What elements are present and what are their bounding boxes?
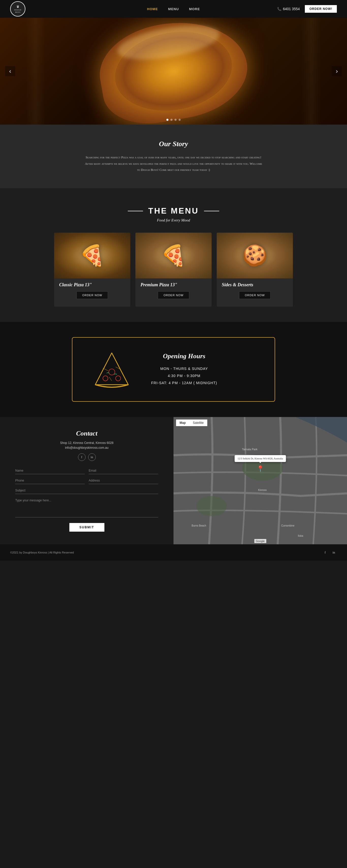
form-row-name-email [15,467,158,474]
menu-cards: 🍕 Classic Pizza 13" Order Now 🍕 Premium … [15,232,332,307]
hero-slider: ‹ › [0,18,347,125]
phone-display: 📞 6401 3554 [277,7,300,11]
nav-menu[interactable]: Menu [168,7,179,11]
slider-prev-button[interactable]: ‹ [5,66,15,76]
neon-pizza-icon [93,350,131,389]
hours-title: Opening Hours [151,352,217,360]
map-background: Tamala Park Kinross Burns Beach Currambi… [174,417,347,544]
map-tabs: Map Satellite [176,420,207,426]
svg-text:Currambine: Currambine [281,524,295,527]
svg-text:Iluka: Iluka [298,534,303,537]
sides-emoji: 🍪 [242,244,268,268]
svg-line-5 [103,368,108,371]
map-container[interactable]: Map Satellite [174,417,347,544]
slider-next-button[interactable]: › [332,66,342,76]
logo: ♛ dough boys [10,1,25,17]
menu-section: THE MENU Food for Every Mood 🍕 Classic P… [0,188,347,322]
slider-dot-1[interactable] [166,119,168,121]
contact-form: SUBMIT [15,467,158,532]
our-story-title: Our Story [31,140,316,148]
google-label: Google [254,539,266,543]
submit-button[interactable]: SUBMIT [69,523,104,532]
logo-circle: ♛ dough boys [10,1,25,17]
email-input[interactable] [89,467,158,474]
phone-input[interactable] [15,477,85,484]
contact-title: Contact [15,430,158,437]
hours-line-1: Mon - Thurs & Sunday [151,365,217,372]
name-input[interactable] [15,467,85,474]
svg-point-4 [115,376,121,381]
nav-home[interactable]: Home [147,7,158,11]
map-tab-map[interactable]: Map [176,420,189,426]
footer: ©2021 by Doughboys Kinross | All Rights … [0,544,347,561]
classic-pizza-name: Classic Pizza 13" [54,278,130,289]
phone-number: 6401 3554 [283,7,300,11]
svg-point-11 [196,496,227,516]
menu-card-premium: 🍕 Premium Pizza 13" Order Now [135,232,212,307]
premium-pizza-name: Premium Pizza 13" [135,278,212,289]
hours-line-2: 4:30 pm - 9:30pm [151,372,217,379]
menu-title-area: THE MENU [15,206,332,216]
brand-name: dough boys [12,9,24,13]
subject-input[interactable] [15,487,158,494]
slider-dot-3[interactable] [175,119,177,121]
classic-pizza-emoji: 🍕 [79,244,105,268]
facebook-icon[interactable]: f [78,453,85,461]
form-row-phone-address [15,477,158,484]
slider-dot-4[interactable] [179,119,181,121]
address-input[interactable] [89,477,158,484]
premium-pizza-order-button[interactable]: Order Now [158,291,189,299]
header-right: 📞 6401 3554 ORDER NOW! [277,5,337,13]
our-story-section: Our Story Searching for the perfect Pizz… [0,125,347,188]
hours-box: Opening Hours Mon - Thurs & Sunday 4:30 … [72,337,275,402]
contact-form-area: Contact Shop 12, Kinross Central, Kinros… [0,417,174,544]
premium-pizza-image: 🍕 [135,232,212,278]
footer-linkedin-icon[interactable]: in [331,550,337,556]
svg-line-7 [109,377,112,381]
header: ♛ dough boys Home Menu More 📞 6401 3554 … [0,0,347,18]
map-popup: 12/3 Selkirk Dr, Kinross WA 6028, Austra… [235,455,286,462]
phone-icon: 📞 [277,7,281,11]
map-area: Map Satellite [174,417,347,544]
footer-facebook-icon[interactable]: f [322,550,328,556]
svg-text:Kinross: Kinross [258,489,267,492]
svg-point-2 [109,369,115,375]
smoke-left [25,18,46,125]
hero-pizza-image [93,18,254,125]
our-story-body: Searching for the perfect Pizza was a go… [84,154,263,173]
contact-email: info@doughboyskinross.com.au [15,446,158,450]
sides-order-button[interactable]: Order Now [239,291,271,299]
slider-dot-2[interactable] [170,119,172,121]
map-pin: 📍 [256,465,264,472]
menu-title: THE MENU [148,206,199,216]
footer-copyright: ©2021 by Doughboys Kinross | All Rights … [10,551,74,554]
hours-content: Opening Hours Mon - Thurs & Sunday 4:30 … [151,352,217,386]
hours-line-3: Fri-Sat: 4 pm - 12am ( Midnight) [151,379,217,386]
nav-more[interactable]: More [189,7,200,11]
order-now-button[interactable]: ORDER NOW! [305,5,337,13]
smoke-right [301,18,322,125]
crown-icon: ♛ [16,5,20,9]
sides-image: 🍪 [217,232,293,278]
main-nav: Home Menu More [147,7,200,11]
menu-divider-left [128,211,143,211]
map-tab-satellite[interactable]: Satellite [189,420,207,426]
contact-address: Shop 12, Kinross Central, Kinross 6028 [15,441,158,445]
footer-socials: f in [322,550,337,556]
opening-hours-section: Opening Hours Mon - Thurs & Sunday 4:30 … [0,322,347,417]
premium-pizza-emoji: 🍕 [161,244,186,268]
menu-subtitle: Food for Every Mood [15,218,332,222]
map-popup-text: 12/3 Selkirk Dr, Kinross WA 6028, Austra… [238,457,283,460]
menu-card-classic: 🍕 Classic Pizza 13" Order Now [54,232,130,307]
classic-pizza-image: 🍕 [54,232,130,278]
svg-point-3 [103,376,108,381]
menu-divider-right [204,211,219,211]
message-textarea[interactable] [15,497,158,517]
linkedin-icon[interactable]: in [88,453,96,461]
svg-text:Burns Beach: Burns Beach [192,524,206,527]
sides-name: Sides & Desserts [217,278,293,289]
slider-dots [166,119,181,121]
social-icons: f in [15,453,158,461]
classic-pizza-order-button[interactable]: Order Now [76,291,108,299]
svg-text:Tamala Park: Tamala Park [242,448,257,451]
